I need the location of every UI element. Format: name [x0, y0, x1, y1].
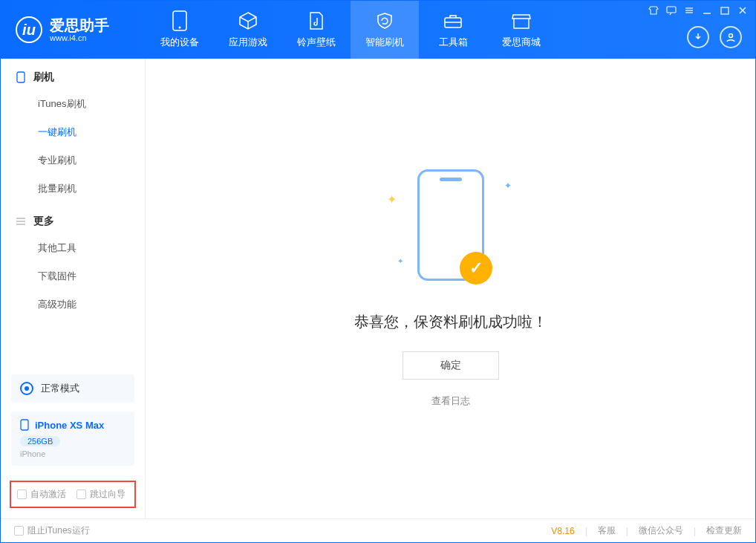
- device-capacity-badge: 256GB: [20, 436, 60, 446]
- svg-rect-4: [667, 7, 676, 13]
- nav-tabs: 我的设备 应用游戏 铃声壁纸 智能刷机 工具箱 爱思商城: [146, 1, 555, 59]
- tab-flash[interactable]: 智能刷机: [351, 1, 419, 59]
- sidebar-item-oneclick-flash[interactable]: 一键刷机: [1, 118, 145, 146]
- sidebar-item-download-firmware[interactable]: 下载固件: [1, 262, 145, 290]
- tab-label: 应用游戏: [229, 36, 267, 49]
- tab-store[interactable]: 爱思商城: [487, 1, 555, 59]
- app-title: 爱思助手: [50, 17, 109, 33]
- logo-area: iu 爱思助手 www.i4.cn: [1, 16, 146, 43]
- svg-rect-9: [721, 7, 729, 14]
- checkbox-label: 阻止iTunes运行: [27, 524, 90, 537]
- sidebar-item-other-tools[interactable]: 其他工具: [1, 234, 145, 262]
- check-badge-icon: ✓: [460, 252, 492, 284]
- footer-link-update[interactable]: 检查更新: [706, 524, 742, 537]
- checkbox-auto-activate[interactable]: 自动激活: [17, 488, 66, 501]
- group-title-text: 刷机: [33, 71, 54, 84]
- maximize-button[interactable]: [720, 5, 730, 16]
- tab-my-device[interactable]: 我的设备: [146, 1, 214, 59]
- header-actions: [687, 26, 742, 48]
- tab-label: 铃声壁纸: [297, 36, 336, 49]
- view-log-link[interactable]: 查看日志: [431, 394, 470, 408]
- close-button[interactable]: [737, 5, 748, 16]
- sidebar-group-flash: 刷机: [1, 59, 145, 90]
- checkbox-block-itunes[interactable]: 阻止iTunes运行: [14, 524, 90, 537]
- download-button[interactable]: [687, 26, 709, 48]
- sidebar-item-batch-flash[interactable]: 批量刷机: [1, 175, 145, 203]
- tab-toolbox[interactable]: 工具箱: [419, 1, 487, 59]
- tab-label: 智能刷机: [365, 36, 404, 49]
- sidebar-item-itunes-flash[interactable]: iTunes刷机: [1, 90, 145, 118]
- tab-apps-games[interactable]: 应用游戏: [214, 1, 282, 59]
- list-icon: [16, 216, 26, 227]
- logo-text: 爱思助手 www.i4.cn: [50, 17, 109, 42]
- sparkle-icon: ✦: [504, 181, 512, 191]
- cube-icon: [238, 10, 258, 31]
- checkbox-label: 自动激活: [30, 488, 66, 501]
- skin-icon[interactable]: [648, 5, 659, 16]
- sparkle-icon: ✦: [387, 192, 397, 207]
- logo-icon: iu: [16, 16, 42, 43]
- group-title-text: 更多: [33, 215, 54, 228]
- feedback-icon[interactable]: [666, 5, 677, 16]
- tab-ringtones[interactable]: 铃声壁纸: [282, 1, 351, 59]
- toolbox-icon: [443, 10, 463, 31]
- checkbox-skip-guide[interactable]: 跳过向导: [76, 488, 126, 501]
- menu-icon[interactable]: [684, 5, 694, 16]
- checkbox-label: 跳过向导: [90, 488, 126, 501]
- user-button[interactable]: [720, 26, 742, 48]
- footer-link-support[interactable]: 客服: [598, 524, 616, 537]
- device-type: iPhone: [20, 449, 126, 458]
- phone-small-icon: [16, 72, 26, 82]
- svg-point-12: [729, 34, 733, 38]
- version-label: V8.16: [551, 526, 574, 536]
- mode-status-icon: [20, 382, 33, 395]
- refresh-shield-icon: [374, 10, 395, 31]
- checkbox-icon: [17, 490, 27, 499]
- checkbox-icon: [76, 490, 86, 499]
- checkbox-icon: [14, 526, 24, 536]
- minimize-button[interactable]: [702, 5, 712, 16]
- sidebar-group-more: 更多: [1, 203, 145, 234]
- tab-label: 爱思商城: [502, 36, 541, 49]
- sidebar: 刷机 iTunes刷机 一键刷机 专业刷机 批量刷机 更多 其他工具 下载固件 …: [1, 59, 146, 518]
- device-mode-card[interactable]: 正常模式: [11, 374, 134, 403]
- footer: 阻止iTunes运行 V8.16 | 客服 | 微信公众号 | 检查更新: [1, 518, 755, 542]
- sidebar-item-advanced[interactable]: 高级功能: [1, 290, 145, 319]
- tab-label: 工具箱: [439, 36, 468, 49]
- mode-label: 正常模式: [41, 382, 79, 395]
- device-name: iPhone XS Max: [35, 420, 104, 431]
- device-small-icon: [20, 419, 29, 431]
- flash-options-box: 自动激活 跳过向导: [10, 481, 136, 508]
- success-message: 恭喜您，保资料刷机成功啦！: [354, 312, 547, 332]
- music-file-icon: [306, 10, 327, 31]
- tab-label: 我的设备: [160, 36, 199, 49]
- footer-link-wechat[interactable]: 微信公众号: [639, 524, 683, 537]
- sparkle-icon: ✦: [397, 257, 403, 265]
- body: 刷机 iTunes刷机 一键刷机 专业刷机 批量刷机 更多 其他工具 下载固件 …: [1, 59, 755, 518]
- svg-rect-17: [21, 420, 28, 430]
- device-icon: [169, 10, 190, 31]
- svg-rect-13: [17, 72, 25, 82]
- header: iu 爱思助手 www.i4.cn 我的设备 应用游戏 铃声壁纸 智能刷机: [1, 1, 755, 59]
- phone-outline-icon: ✦ ✦ ✦ ✓: [417, 169, 484, 281]
- window-controls: [648, 5, 748, 16]
- svg-point-1: [179, 27, 181, 29]
- confirm-button[interactable]: 确定: [403, 351, 499, 380]
- app-subtitle: www.i4.cn: [50, 33, 109, 42]
- sidebar-item-pro-flash[interactable]: 专业刷机: [1, 146, 145, 175]
- app-window: iu 爱思助手 www.i4.cn 我的设备 应用游戏 铃声壁纸 智能刷机: [0, 0, 756, 543]
- main-content: ✦ ✦ ✦ ✓ 恭喜您，保资料刷机成功啦！ 确定 查看日志: [146, 59, 755, 518]
- store-icon: [511, 10, 532, 31]
- device-card[interactable]: iPhone XS Max 256GB iPhone: [11, 412, 134, 466]
- success-illustration: ✦ ✦ ✦ ✓: [417, 169, 484, 281]
